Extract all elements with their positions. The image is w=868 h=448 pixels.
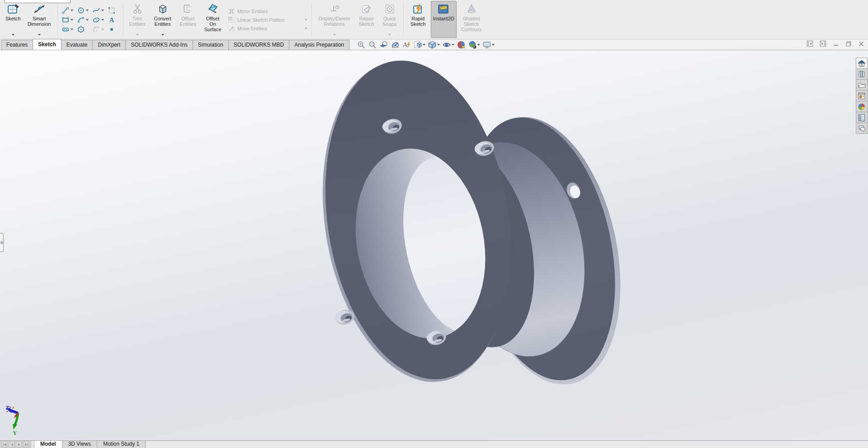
nav-last-button bbox=[23, 441, 29, 448]
dynamic-annotation-views-button[interactable]: A bbox=[401, 40, 411, 50]
ribbon-separator bbox=[123, 3, 123, 36]
smart-dimension-button[interactable]: Smart Dimension bbox=[24, 1, 55, 38]
restore-button[interactable] bbox=[845, 41, 852, 47]
slot-tool[interactable] bbox=[61, 25, 77, 34]
task-pane-design-library-button[interactable] bbox=[856, 68, 868, 80]
slot-dropdown-arrow[interactable] bbox=[71, 29, 73, 30]
rectangle-tool[interactable] bbox=[61, 15, 77, 25]
display-style-button[interactable] bbox=[427, 40, 440, 50]
rapid-sketch-button[interactable]: Rapid Sketch bbox=[406, 1, 430, 38]
window-controls bbox=[807, 40, 864, 47]
linear-sketch-pattern-icon bbox=[228, 16, 235, 24]
tab-sketch[interactable]: Sketch bbox=[33, 39, 61, 50]
view-settings-button[interactable] bbox=[482, 40, 495, 50]
mirror-entities-item: Mirror Entities bbox=[228, 8, 307, 15]
move-entities-dropdown-arrow bbox=[305, 28, 307, 29]
hide-show-items-dropdown-arrow[interactable] bbox=[452, 44, 454, 46]
task-pane-custom-properties-button[interactable] bbox=[856, 112, 868, 123]
quick-snaps-button: Quick Snaps bbox=[379, 1, 401, 38]
rectangle-dropdown-arrow[interactable] bbox=[71, 19, 73, 21]
arc-dropdown-arrow[interactable] bbox=[86, 19, 89, 21]
move-entities-label: Move Entities bbox=[237, 26, 267, 31]
minimize-button[interactable] bbox=[833, 41, 839, 47]
sketch-label: Sketch bbox=[5, 16, 21, 21]
sketch-dropdown-arrow[interactable] bbox=[12, 34, 14, 36]
repair-sketch-button: Repair Sketch bbox=[355, 1, 378, 38]
ribbon-separator bbox=[403, 3, 404, 36]
doc-tab-3d-views[interactable]: 3D Views bbox=[62, 441, 97, 448]
solidworks-window: Sketch Smart Dimension A bbox=[0, 0, 868, 448]
polygon-tool[interactable] bbox=[77, 25, 92, 34]
zoom-to-area-button[interactable] bbox=[368, 40, 377, 50]
zoom-to-fit-button[interactable] bbox=[356, 40, 366, 50]
convert-entities-button[interactable]: Convert Entities bbox=[150, 1, 176, 38]
tab-dimxpert[interactable]: DimXpert bbox=[92, 40, 126, 50]
home-icon bbox=[858, 59, 866, 67]
apply-scene-dropdown-arrow[interactable] bbox=[477, 44, 480, 46]
offset-on-surface-button[interactable]: Offset On Surface bbox=[200, 1, 226, 38]
instant2d-button[interactable]: Instant2D bbox=[431, 1, 457, 38]
mirror-entities-label: Mirror Entities bbox=[237, 9, 268, 14]
tab-features[interactable]: Features bbox=[1, 40, 33, 50]
tab-evaluate[interactable]: Evaluate bbox=[61, 40, 93, 50]
circle-tool[interactable] bbox=[77, 6, 92, 15]
previous-view-button[interactable] bbox=[379, 40, 389, 50]
ellipse-dropdown-arrow[interactable] bbox=[101, 19, 104, 21]
spline-dropdown-arrow[interactable] bbox=[101, 10, 104, 11]
tab-solidworks-add-ins[interactable]: SOLIDWORKS Add-Ins bbox=[125, 40, 193, 50]
svg-text:A: A bbox=[403, 42, 408, 48]
arc-tool[interactable] bbox=[77, 15, 92, 25]
tab-solidworks-mbd[interactable]: SOLIDWORKS MBD bbox=[228, 40, 289, 50]
task-pane-file-explorer-button[interactable] bbox=[856, 79, 868, 91]
tab-simulation[interactable]: Simulation bbox=[193, 40, 229, 50]
edit-appearance-button[interactable] bbox=[456, 40, 466, 50]
offset-on-surface-label: Offset On Surface bbox=[203, 16, 223, 32]
hide-show-items-button[interactable] bbox=[442, 40, 455, 50]
hide-show-items-icon bbox=[442, 40, 451, 49]
shaded-sketch-contours-button: Shaded Sketch Contours bbox=[458, 1, 486, 38]
line-tool[interactable] bbox=[61, 6, 77, 15]
doc-tab-model[interactable]: Model bbox=[34, 441, 62, 448]
dynamic-annotation-views-icon: A bbox=[402, 40, 411, 49]
convert-dropdown-arrow[interactable] bbox=[161, 34, 164, 36]
quick-access-toolbar-sliver bbox=[5, 0, 71, 3]
view-orientation-dropdown-arrow[interactable] bbox=[423, 44, 425, 46]
task-pane-appearances-button[interactable] bbox=[856, 101, 868, 112]
tab-analysis-preparation[interactable]: Analysis Preparation bbox=[289, 40, 349, 50]
graphics-viewport[interactable]: Z Y bbox=[0, 50, 868, 440]
sketch-text-tool[interactable]: A bbox=[108, 15, 119, 25]
display-delete-relations-icon bbox=[329, 3, 340, 15]
rapid-sketch-label: Rapid Sketch bbox=[409, 16, 428, 27]
section-view-button[interactable] bbox=[390, 40, 400, 50]
task-pane-view-palette-button[interactable] bbox=[856, 90, 868, 101]
task-pane-home-button[interactable] bbox=[856, 57, 868, 69]
view-orientation-button[interactable] bbox=[413, 40, 426, 50]
feature-manager-collapse-handle[interactable] bbox=[0, 233, 4, 252]
collapse-right-pane-button[interactable] bbox=[820, 40, 826, 47]
quick-snaps-icon bbox=[384, 3, 396, 15]
task-pane-forum-button[interactable] bbox=[856, 123, 868, 134]
document-tab-bar: Model 3D Views Motion Study 1 bbox=[0, 440, 868, 448]
display-style-dropdown-arrow[interactable] bbox=[437, 44, 440, 46]
spline-tool[interactable] bbox=[92, 6, 108, 15]
sketch-icon bbox=[6, 3, 20, 15]
heads-up-view-toolbar: A bbox=[356, 39, 495, 50]
close-icon[interactable] bbox=[858, 41, 864, 47]
section-view-icon bbox=[391, 40, 400, 49]
stretch-entities-tool[interactable] bbox=[108, 6, 119, 15]
view-settings-dropdown-arrow[interactable] bbox=[492, 44, 495, 46]
circle-dropdown-arrow[interactable] bbox=[86, 10, 89, 11]
smart-dimension-dropdown-arrow[interactable] bbox=[38, 34, 41, 36]
sketch-button[interactable]: Sketch bbox=[3, 1, 23, 38]
smart-dimension-label: Smart Dimension bbox=[26, 16, 52, 27]
point-tool[interactable] bbox=[108, 25, 119, 34]
display-style-icon bbox=[428, 40, 437, 49]
apply-scene-button[interactable] bbox=[467, 40, 481, 50]
doc-tab-motion-study-1[interactable]: Motion Study 1 bbox=[97, 441, 146, 448]
nav-previous-button bbox=[9, 441, 15, 448]
ellipse-tool[interactable] bbox=[92, 15, 108, 25]
quick-snaps-dropdown-arrow bbox=[388, 34, 391, 36]
collapse-left-pane-button[interactable] bbox=[807, 40, 813, 47]
nav-next-button bbox=[16, 441, 22, 448]
line-dropdown-arrow[interactable] bbox=[71, 10, 73, 11]
